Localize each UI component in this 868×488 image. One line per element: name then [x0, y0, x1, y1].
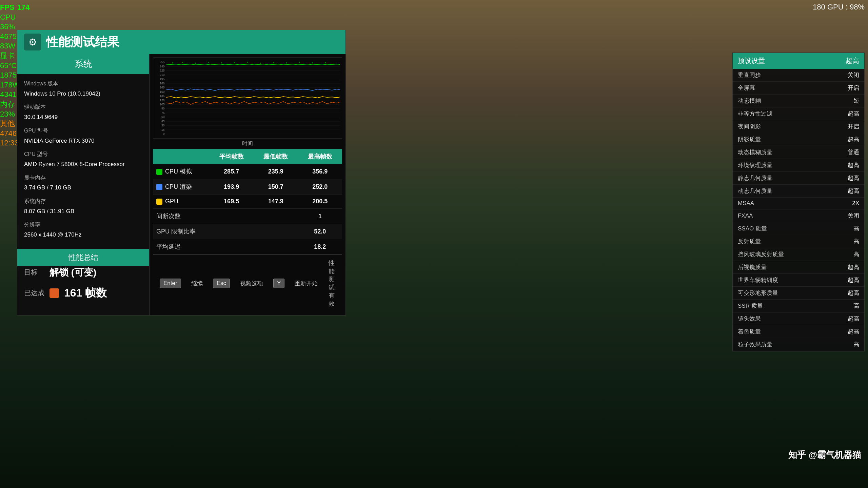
- table-row: CPU 渲染 193.9 150.7 252.0: [153, 179, 342, 195]
- gpu-limit-row: GPU 限制比率 52.0: [153, 224, 342, 239]
- settings-row: 动态模糊质量普通: [733, 146, 864, 159]
- vram-label: 显卡内存: [24, 173, 142, 183]
- panel-title: 性能测试结果: [46, 34, 119, 50]
- svg-text:75: 75: [161, 111, 165, 115]
- settings-row: 后视镜质量超高: [733, 261, 864, 274]
- svg-point-46: [299, 62, 300, 63]
- stats-table: 平均帧数 最低帧数 最高帧数 CPU 模拟 285.7 235.9 356.9 …: [153, 149, 342, 255]
- chart-time-label: 时间: [153, 139, 342, 149]
- settings-row: 粒子效果质量高: [733, 338, 864, 351]
- system-info: Windows 版本 Windows 10 Pro (10.0.19042) 驱…: [17, 74, 149, 249]
- panel-header: ⚙ 性能测试结果: [17, 30, 346, 54]
- system-title: 系统: [17, 54, 149, 74]
- settings-row: 全屏幕开启: [733, 82, 864, 95]
- svg-text:60: 60: [161, 115, 165, 119]
- performance-chart: 255 240 225 210 195 180 165 150 135 120 …: [153, 58, 342, 138]
- target-row: 目标 解锁 (可变): [17, 266, 149, 282]
- svg-point-37: [182, 62, 183, 63]
- svg-point-43: [260, 63, 261, 64]
- esc-label: 视频选项: [240, 280, 263, 287]
- settings-row: 镜头效果超高: [733, 312, 864, 325]
- settings-row: 静态几何质量超高: [733, 172, 864, 185]
- y-key[interactable]: Y: [273, 279, 284, 288]
- enter-key[interactable]: Enter: [160, 279, 181, 288]
- svg-point-39: [208, 62, 209, 63]
- fps-label: FPS: [0, 3, 15, 13]
- target-label: 目标: [24, 268, 44, 277]
- col-min: 最低帧数: [254, 149, 298, 164]
- settings-row: 动态几何质量超高: [733, 185, 864, 198]
- windows-value: Windows 10 Pro (10.0.19042): [24, 89, 142, 99]
- svg-text:180: 180: [160, 82, 165, 85]
- svg-point-44: [273, 62, 274, 63]
- cpu-label: CPU: [0, 13, 48, 22]
- svg-point-42: [247, 62, 248, 63]
- achieved-row: 已达成 161 帧数: [17, 282, 149, 304]
- settings-panel: 预设设置 超高 垂直同步关闭全屏幕开启动态模糊短非等方性过滤超高夜间阴影开启阴影…: [732, 53, 865, 351]
- svg-text:90: 90: [161, 107, 165, 110]
- svg-point-36: [172, 62, 174, 64]
- system-left: 系统 Windows 版本 Windows 10 Pro (10.0.19042…: [17, 54, 150, 315]
- watermark: 知乎 @霸气机器猫: [788, 449, 861, 461]
- resolution-label: 分辨率: [24, 220, 142, 230]
- svg-point-47: [312, 62, 313, 64]
- settings-row: SSR 质量高: [733, 300, 864, 312]
- settings-header-value: 超高: [846, 56, 859, 65]
- table-row: CPU 模拟 285.7 235.9 356.9: [153, 164, 342, 179]
- svg-text:120: 120: [160, 99, 165, 102]
- svg-text:15: 15: [161, 128, 165, 131]
- settings-row: 动态模糊短: [733, 95, 864, 107]
- settings-row: FXAA关闭: [733, 209, 864, 222]
- table-row: GPU 169.5 147.9 200.5: [153, 195, 342, 209]
- target-value: 解锁 (可变): [50, 266, 96, 279]
- svg-point-41: [234, 62, 235, 63]
- settings-row: 垂直同步关闭: [733, 69, 864, 82]
- settings-row: 挡风玻璃反射质量高: [733, 248, 864, 261]
- cpu-model-label: CPU 型号: [24, 149, 142, 159]
- svg-text:195: 195: [160, 77, 165, 81]
- main-panel: ⚙ 性能测试结果 系统 Windows 版本 Windows 10 Pro (1…: [17, 30, 346, 316]
- gpu-model-value: NVIDIA GeForce RTX 3070: [24, 136, 142, 146]
- svg-text:240: 240: [160, 65, 165, 68]
- svg-text:0: 0: [163, 132, 165, 136]
- settings-header: 预设设置 超高: [733, 53, 864, 69]
- fps-value: 174: [17, 3, 30, 13]
- interrupts-row: 间断次数 1: [153, 209, 342, 224]
- svg-text:45: 45: [161, 120, 165, 123]
- achieved-dot: [50, 288, 59, 298]
- achieved-label: 已达成: [24, 288, 44, 298]
- svg-text:225: 225: [160, 69, 165, 72]
- svg-text:150: 150: [160, 90, 165, 94]
- settings-row: 着色质量超高: [733, 325, 864, 338]
- driver-value: 30.0.14.9649: [24, 112, 142, 123]
- settings-row: 环境纹理质量超高: [733, 159, 864, 172]
- driver-label: 驱动版本: [24, 102, 142, 112]
- col-avg: 平均帧数: [209, 149, 254, 164]
- perf-summary-header: 性能总结: [17, 249, 149, 266]
- chart-section: 255 240 225 210 195 180 165 150 135 120 …: [150, 54, 346, 315]
- gpu-topright: 180 GPU : 98%: [813, 3, 865, 11]
- windows-label: Windows 版本: [24, 79, 142, 89]
- settings-row: SSAO 质量高: [733, 222, 864, 235]
- gpu-model-label: GPU 型号: [24, 126, 142, 136]
- avg-latency-row: 平均延迟 18.2: [153, 239, 342, 255]
- chart-area: 255 240 225 210 195 180 165 150 135 120 …: [153, 57, 342, 139]
- svg-point-40: [221, 62, 222, 64]
- svg-point-45: [286, 62, 287, 64]
- settings-row: 反射质量高: [733, 235, 864, 248]
- col-max: 最高帧数: [298, 149, 342, 164]
- bottom-bar: Enter 继续 Esc 视频选项 Y 重新开始 性能测试有效: [153, 255, 342, 312]
- settings-row: 可变形地形质量超高: [733, 287, 864, 300]
- svg-text:30: 30: [161, 124, 165, 127]
- header-icon: ⚙: [24, 34, 41, 50]
- y-label: 重新开始: [295, 280, 318, 287]
- perf-summary: 性能总结 目标 解锁 (可变) 已达成 161 帧数: [17, 249, 149, 304]
- settings-row: 非等方性过滤超高: [733, 107, 864, 120]
- ram-sys-label: 系统内存: [24, 197, 142, 206]
- system-section: 系统 Windows 版本 Windows 10 Pro (10.0.19042…: [17, 54, 346, 315]
- settings-header-label: 预设设置: [738, 56, 765, 65]
- cpu-model-value: AMD Ryzen 7 5800X 8-Core Processor: [24, 159, 142, 170]
- svg-text:255: 255: [160, 60, 165, 64]
- ram-sys-value: 8.07 GB / 31.91 GB: [24, 206, 142, 217]
- esc-key[interactable]: Esc: [213, 279, 230, 288]
